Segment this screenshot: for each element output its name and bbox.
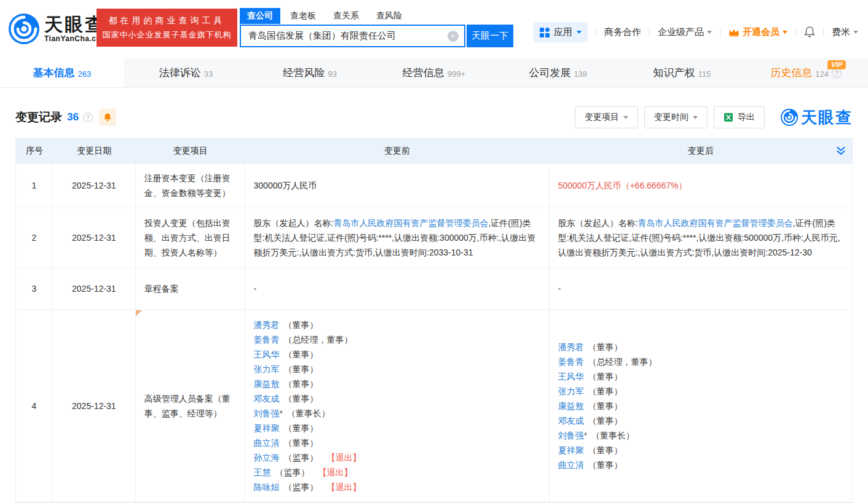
page-tab-label: 历史信息 (770, 66, 812, 80)
person-link[interactable]: 邓友成 (558, 416, 584, 426)
person-line: 刘鲁强* （董事长） (254, 406, 540, 421)
person-link[interactable]: 曲立清 (558, 460, 584, 470)
changed-value-highlight: 500000万人民币（+66.66667%） (558, 181, 687, 190)
person-link[interactable]: 潘秀君 (254, 320, 280, 330)
cell-text: 股东（发起人）名称: (254, 218, 334, 228)
enterprise-products-label: 企业级产品 (658, 26, 704, 38)
slogan-banner: 都在用的商业查询工具 国家中小企业发展子基金旗下机构 (97, 9, 237, 47)
person-line: 王风华 （董事） (558, 369, 843, 384)
help-icon[interactable]: ? (83, 112, 93, 122)
person-link[interactable]: 刘鲁强 (254, 408, 280, 418)
page-tab-count: 93 (328, 69, 337, 79)
person-link[interactable]: 刘鲁强 (558, 431, 584, 440)
search-tab-2[interactable]: 查关系 (326, 8, 366, 24)
page-tab-4[interactable]: 公司发展138 (496, 58, 620, 87)
person-link[interactable]: 王风华 (254, 349, 280, 359)
cell-text: - (254, 284, 257, 294)
tianyancha-logo-icon (781, 109, 798, 126)
person-role: （监事） (282, 482, 318, 492)
person-link[interactable]: 王风华 (558, 372, 584, 381)
bell-icon (103, 112, 112, 122)
person-link[interactable]: 夏祥聚 (558, 445, 584, 455)
col-header-date: 变更日期 (53, 139, 136, 163)
person-role: （董事长） (285, 408, 330, 418)
subscribe-bell-button[interactable] (99, 109, 116, 126)
cell-date: 2025-12-31 (53, 268, 136, 310)
company-link[interactable]: 青岛市人民政府国有资产监督管理委员会 (333, 218, 488, 228)
apps-label: 应用 (554, 26, 572, 38)
person-link[interactable]: 王慧 (254, 467, 271, 477)
page-tab-6[interactable]: 历史信息124?VIP (744, 58, 868, 87)
person-role: （董事） (586, 445, 623, 455)
apps-grid-icon (540, 28, 550, 37)
company-link[interactable]: 青岛市人民政府国有资产监督管理委员会 (638, 218, 793, 228)
exit-badge: 【退出】 (318, 467, 352, 477)
open-vip-menu[interactable]: 开通会员 (728, 26, 787, 38)
search-tab-0[interactable]: 查公司 (240, 8, 280, 24)
chevron-down-icon (707, 31, 712, 36)
search-tab-1[interactable]: 查老板 (283, 8, 323, 24)
person-link[interactable]: 邓友成 (254, 394, 280, 404)
page-tab-5[interactable]: 知识产权115 (620, 58, 744, 87)
search-button[interactable]: 天眼一下 (467, 25, 513, 47)
bell-icon (804, 26, 815, 38)
cell-before: 300000万人民币 (245, 163, 550, 208)
change-item-text: 注册资本变更（注册资金、资金数额等变更） (144, 173, 231, 198)
change-item-text: 章程备案 (144, 284, 179, 294)
business-cooperation-link[interactable]: 商务合作 (604, 26, 641, 38)
person-suffix: * (584, 431, 587, 440)
person-role: （监事） (273, 467, 310, 477)
person-link[interactable]: 康益敖 (254, 379, 280, 389)
cell-after: 潘秀君 （董事）姜鲁青 （总经理，董事）王风华 （董事）张力军 （董事）康益敖 … (550, 310, 852, 502)
person-link[interactable]: 姜鲁青 (558, 357, 584, 367)
filter-change-item-button[interactable]: 变更项目 (575, 106, 638, 128)
cell-before: 股东（发起人）名称:青岛市人民政府国有资产监督管理委员会,证件(照)类型:机关法… (245, 208, 550, 268)
search-area: 查公司查老板查关系查风险 × 天眼一下 (240, 8, 513, 47)
person-line: 张力军 （董事） (254, 362, 540, 376)
page-tab-count: 999+ (448, 69, 465, 79)
col-header-after: 变更后 (550, 139, 852, 163)
user-menu[interactable]: 费米 (832, 26, 858, 38)
person-link[interactable]: 潘秀君 (558, 342, 584, 352)
person-role: （监事） (282, 453, 318, 462)
person-line: 姜鲁青 （总经理，董事） (254, 332, 540, 347)
search-tab-3[interactable]: 查风险 (369, 8, 409, 24)
enterprise-products-menu[interactable]: 企业级产品 (658, 26, 712, 38)
cell-no: 1 (16, 163, 53, 208)
export-button[interactable]: 导出 (714, 106, 765, 128)
person-suffix: * (280, 408, 283, 418)
chevron-down-icon (693, 116, 698, 122)
person-link[interactable]: 孙立海 (254, 453, 280, 462)
apps-menu[interactable]: 应用 (534, 22, 588, 42)
person-link[interactable]: 陈咏姮 (254, 482, 280, 492)
person-role: （董事） (282, 349, 318, 359)
filter-change-time-button[interactable]: 变更时间 (644, 106, 708, 128)
tianyancha-logo-icon (9, 14, 39, 44)
username-label: 费米 (832, 26, 850, 38)
person-link[interactable]: 夏祥聚 (254, 423, 280, 433)
clear-search-icon[interactable]: × (448, 31, 459, 42)
tianyancha-logo[interactable]: 天眼查 TianYanCha.com (9, 14, 108, 44)
col-header-item: 变更项目 (136, 139, 245, 163)
page-tab-3[interactable]: 经营信息999+ (372, 58, 496, 87)
person-role: （董事） (282, 320, 318, 330)
person-line: 曲立清 （董事） (254, 435, 540, 450)
divider (596, 28, 596, 37)
page-tabs: 基本信息263法律诉讼33经营风险93经营信息999+公司发展138知识产权11… (0, 58, 868, 88)
page-tab-1[interactable]: 法律诉讼33 (124, 58, 248, 87)
person-link[interactable]: 康益敖 (558, 401, 584, 411)
person-role: （董事） (586, 372, 623, 381)
chevron-down-icon (577, 31, 582, 36)
person-link[interactable]: 张力军 (558, 386, 584, 396)
person-role: （董事） (586, 386, 623, 396)
person-link[interactable]: 张力军 (254, 364, 280, 374)
cell-no: 3 (16, 268, 53, 310)
page-tab-2[interactable]: 经营风险93 (248, 58, 372, 87)
person-link[interactable]: 姜鲁青 (254, 335, 280, 345)
notifications-button[interactable] (804, 26, 815, 38)
search-input[interactable] (240, 25, 465, 47)
person-link[interactable]: 曲立清 (254, 438, 280, 448)
page-tab-count: 115 (698, 69, 711, 79)
page-tab-0[interactable]: 基本信息263 (0, 58, 124, 87)
expand-all-icon[interactable] (836, 146, 846, 156)
